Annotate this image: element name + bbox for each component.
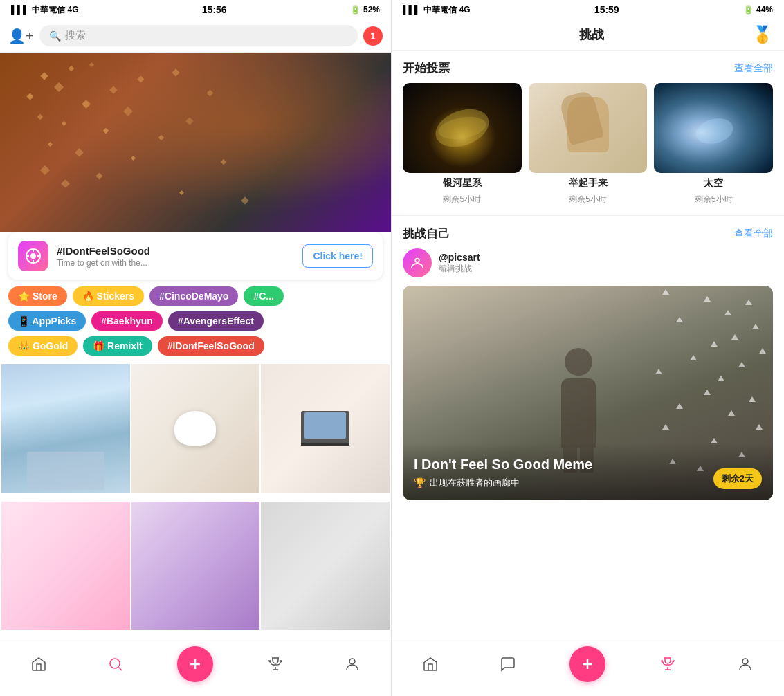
svg-point-2	[110, 659, 120, 668]
challenge-card-subtitle: 🏆 出现在获胜者的画廊中	[414, 477, 762, 489]
hero-card-text: #IDontFeelSoGood Time to get on with the…	[57, 245, 294, 268]
medal-button[interactable]: 🥇	[752, 25, 773, 44]
challenge-avatar	[403, 248, 432, 277]
hero-card: #IDontFeelSoGood Time to get on with the…	[8, 232, 383, 280]
nav-trophy-left[interactable]	[260, 649, 291, 679]
tags-row-3: 👑 GoGold 🎁 RemixIt #IDontFeelSoGood	[8, 336, 383, 356]
search-placeholder: 搜索	[65, 29, 86, 42]
left-top-nav: 👤+ 🔍 搜索 1	[0, 19, 391, 53]
voting-card-img-galaxy	[403, 83, 522, 173]
photo-cell-winter[interactable]	[1, 364, 130, 493]
photo-cell-purple[interactable]	[131, 502, 260, 630]
right-signal-icon: ▌▌▌	[403, 5, 421, 15]
tag-baekhyun[interactable]: #Baekhyun	[91, 311, 163, 331]
challenge-section: 挑战自己 查看全部 @picsart 编辑挑战	[392, 215, 784, 500]
voting-card-hands[interactable]: 举起手来 剩余5小时	[529, 83, 648, 205]
voting-card-title-space: 太空	[654, 177, 773, 190]
nav-search-left[interactable]	[100, 649, 131, 679]
hero-card-title: #IDontFeelSoGood	[57, 245, 294, 257]
challenge-header: 挑战自己 查看全部	[392, 216, 784, 248]
hero-card-subtitle: Time to get on with the...	[57, 258, 294, 268]
svg-point-4	[415, 259, 419, 263]
right-status-carrier: ▌▌▌ 中華電信 4G	[403, 4, 471, 16]
tag-c[interactable]: #C...	[244, 286, 284, 306]
right-status-bar: ▌▌▌ 中華電信 4G 15:59 🔋 44%	[392, 0, 784, 19]
photo-cell-cup[interactable]	[131, 364, 260, 493]
challenge-section-title: 挑战自己	[403, 226, 450, 241]
challenge-card-title: I Don't Feel So Good Meme	[414, 457, 762, 473]
add-user-button[interactable]: 👤+	[8, 28, 34, 44]
challenge-see-all[interactable]: 查看全部	[734, 228, 773, 240]
tag-apppicks[interactable]: 📱 AppPicks	[8, 311, 86, 331]
hero-banner	[0, 53, 391, 232]
voting-section-header: 开始投票 查看全部	[392, 51, 784, 83]
tags-row-1: ⭐ Store 🔥 Stickers #CincoDeMayo #C...	[8, 286, 383, 306]
photo-cell-ring[interactable]	[1, 502, 130, 630]
voting-card-galaxy[interactable]: 银河星系 剩余5小时	[403, 83, 522, 205]
left-panel: ▌▌▌ 中華電信 4G 15:56 🔋 52% 👤+ 🔍 搜索 1	[0, 0, 392, 696]
voting-card-time-hands: 剩余5小时	[529, 194, 648, 205]
photo-cell-grey[interactable]	[261, 502, 390, 630]
voting-cards-row: 银河星系 剩余5小时 举起手来 剩余5小时 太空 剩余5小时	[392, 83, 784, 215]
svg-point-1	[30, 253, 36, 259]
tag-store[interactable]: ⭐ Store	[8, 286, 67, 306]
search-icon: 🔍	[49, 30, 61, 42]
right-page-title: 挑战	[579, 26, 604, 43]
days-remaining-badge: 剩余2天	[713, 468, 762, 489]
left-bottom-nav	[0, 639, 391, 696]
voting-card-time-space: 剩余5小时	[654, 194, 773, 205]
tag-stickers[interactable]: 🔥 Stickers	[73, 286, 144, 306]
svg-point-3	[349, 659, 355, 664]
challenge-user-desc: 编辑挑战	[439, 263, 480, 275]
right-top-nav: 挑战 🥇	[392, 19, 784, 51]
voting-card-title-galaxy: 银河星系	[403, 177, 522, 190]
nav-trophy-right[interactable]	[653, 649, 683, 679]
right-bottom-nav	[392, 639, 784, 696]
signal-icon: ▌▌▌	[11, 5, 29, 15]
search-bar[interactable]: 🔍 搜索	[39, 25, 358, 46]
left-status-right: 🔋 52%	[350, 5, 380, 15]
tag-idontfeelsogood[interactable]: #IDontFeelSoGood	[158, 336, 264, 356]
photo-cell-laptop[interactable]	[261, 364, 390, 493]
challenge-big-card[interactable]: I Don't Feel So Good Meme 🏆 出现在获胜者的画廊中 剩…	[403, 286, 773, 500]
voting-see-all[interactable]: 查看全部	[734, 62, 773, 75]
click-here-button[interactable]: Click here!	[302, 244, 373, 268]
voting-card-time-galaxy: 剩余5小时	[403, 194, 522, 205]
nav-home-right[interactable]	[415, 649, 446, 679]
challenge-username: @picsart	[439, 252, 480, 263]
left-status-bar: ▌▌▌ 中華電信 4G 15:56 🔋 52%	[0, 0, 391, 19]
left-status-carrier: ▌▌▌ 中華電信 4G	[11, 4, 79, 16]
voting-card-img-space	[654, 83, 773, 173]
voting-card-space[interactable]: 太空 剩余5小时	[654, 83, 773, 205]
nav-chat-right[interactable]	[493, 649, 523, 679]
voting-title: 开始投票	[403, 60, 450, 76]
challenge-user-row: @picsart 编辑挑战	[392, 248, 784, 286]
left-status-time: 15:56	[202, 4, 227, 15]
hero-card-logo	[18, 241, 48, 271]
tag-remixit[interactable]: 🎁 RemixIt	[83, 336, 152, 356]
battery-icon: 🔋	[350, 5, 361, 15]
trophy-small-icon: 🏆	[414, 477, 426, 488]
tag-cincodemayo[interactable]: #CincoDeMayo	[149, 286, 238, 306]
nav-add-left[interactable]	[177, 646, 213, 682]
right-status-time: 15:59	[594, 4, 619, 15]
voting-card-img-hands	[529, 83, 648, 173]
svg-point-5	[742, 659, 748, 664]
nav-home-left[interactable]	[24, 649, 54, 679]
tag-avengerseffect[interactable]: #AvengersEffect	[168, 311, 264, 331]
nav-profile-right[interactable]	[730, 649, 760, 679]
tag-gogold[interactable]: 👑 GoGold	[8, 336, 78, 356]
right-status-right: 🔋 44%	[743, 5, 773, 15]
voting-card-title-hands: 举起手来	[529, 177, 648, 190]
nav-add-right[interactable]	[569, 646, 605, 682]
tags-section: ⭐ Store 🔥 Stickers #CincoDeMayo #C... 📱 …	[0, 280, 391, 363]
right-battery-icon: 🔋	[743, 5, 754, 15]
tags-row-2: 📱 AppPicks #Baekhyun #AvengersEffect	[8, 311, 383, 331]
nav-profile-left[interactable]	[337, 649, 367, 679]
hero-figure	[0, 53, 391, 232]
photo-grid	[0, 363, 391, 639]
challenge-user-info: @picsart 编辑挑战	[439, 252, 480, 275]
right-panel: ▌▌▌ 中華電信 4G 15:59 🔋 44% 挑战 🥇 开始投票 查看全部	[392, 0, 784, 696]
notification-badge[interactable]: 1	[363, 26, 383, 46]
